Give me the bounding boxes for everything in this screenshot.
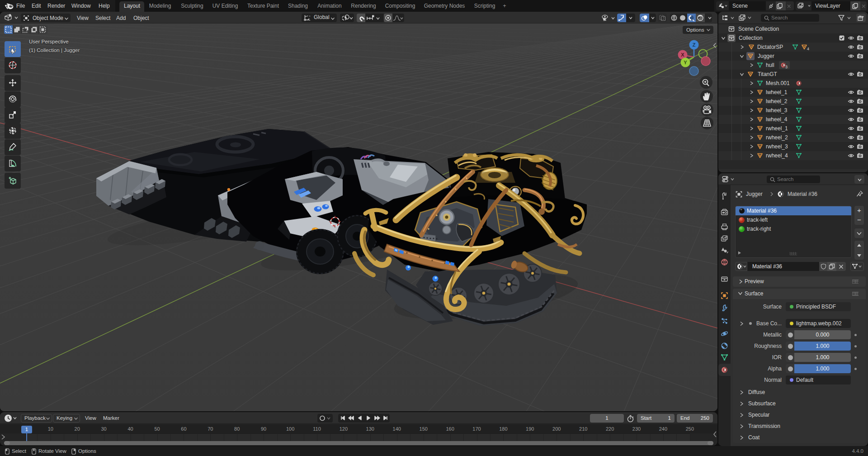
svg-text:Y: Y bbox=[684, 60, 687, 65]
svg-text:Z: Z bbox=[693, 42, 696, 48]
svg-text:X: X bbox=[681, 52, 684, 57]
